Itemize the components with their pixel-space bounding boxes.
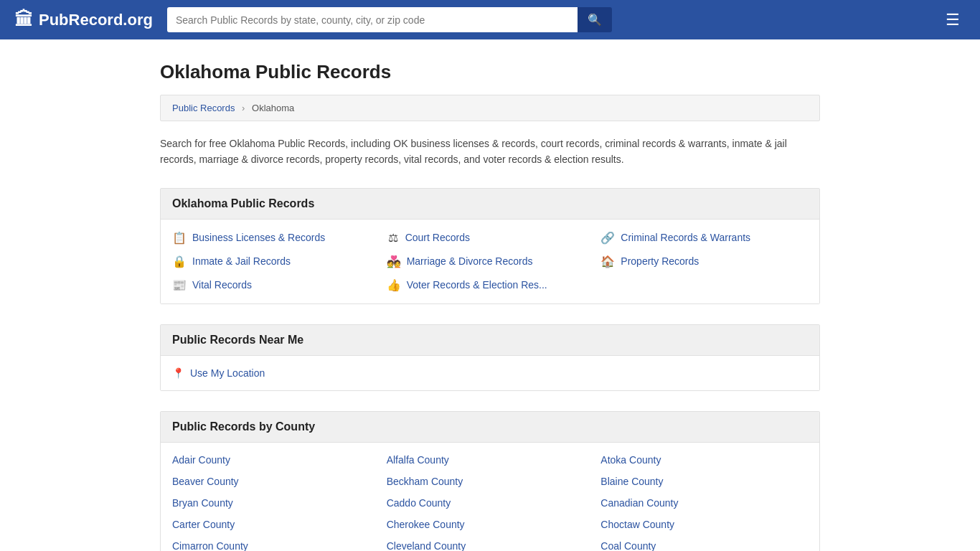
county-item[interactable]: Beckham County <box>387 476 594 487</box>
search-container: 🔍 <box>167 7 612 32</box>
menu-icon: ☰ <box>946 11 960 29</box>
record-label: Marriage & Divorce Records <box>407 255 533 267</box>
menu-button[interactable]: ☰ <box>940 8 966 32</box>
record-icon: 🔒 <box>172 255 187 268</box>
main-content: Oklahoma Public Records Public Records ›… <box>146 61 834 551</box>
county-grid: Adair CountyAlfalfa CountyAtoka CountyBe… <box>161 443 819 551</box>
record-item[interactable]: 📋Business Licenses & Records <box>172 231 380 245</box>
record-item[interactable]: 👍Voter Records & Election Res... <box>387 278 594 292</box>
county-item[interactable]: Blaine County <box>600 476 808 487</box>
county-item[interactable]: Cleveland County <box>387 540 594 551</box>
oklahoma-records-body: 📋Business Licenses & Records⚖Court Recor… <box>161 220 819 303</box>
record-item[interactable]: ⚖Court Records <box>387 231 594 245</box>
county-item[interactable]: Caddo County <box>387 497 594 509</box>
county-section-header: Public Records by County <box>161 412 819 443</box>
record-icon: ⚖ <box>387 231 400 245</box>
record-icon: 📋 <box>172 231 187 245</box>
logo-icon: 🏛 <box>14 9 33 31</box>
record-item[interactable]: 📰Vital Records <box>172 278 380 292</box>
breadcrumb: Public Records › Oklahoma <box>160 95 820 121</box>
use-my-location[interactable]: 📍 Use My Location <box>172 367 808 379</box>
county-item[interactable]: Coal County <box>600 540 808 551</box>
record-item[interactable]: 🔒Inmate & Jail Records <box>172 255 380 268</box>
county-item[interactable]: Cimarron County <box>172 540 380 551</box>
location-pin-icon: 📍 <box>172 367 184 379</box>
record-label: Voter Records & Election Res... <box>407 279 547 291</box>
record-icon: 👍 <box>387 278 401 292</box>
record-icon: 📰 <box>172 278 187 292</box>
near-me-body: 📍 Use My Location <box>161 356 819 390</box>
county-section: Public Records by County Adair CountyAlf… <box>160 411 820 551</box>
county-item[interactable]: Beaver County <box>172 476 380 487</box>
record-label: Inmate & Jail Records <box>192 255 291 267</box>
record-icon: 🏠 <box>600 255 615 268</box>
record-item[interactable]: 💑Marriage & Divorce Records <box>387 255 594 268</box>
site-logo[interactable]: 🏛 PubRecord.org <box>14 9 153 31</box>
page-title: Oklahoma Public Records <box>160 61 820 83</box>
records-grid: 📋Business Licenses & Records⚖Court Recor… <box>172 231 808 292</box>
oklahoma-records-section-header: Oklahoma Public Records <box>161 189 819 220</box>
record-icon: 💑 <box>387 255 401 268</box>
county-item[interactable]: Choctaw County <box>600 519 808 530</box>
oklahoma-records-section: Oklahoma Public Records 📋Business Licens… <box>160 188 820 304</box>
search-icon: 🔍 <box>588 14 602 26</box>
county-item[interactable]: Carter County <box>172 519 380 530</box>
county-item[interactable]: Cherokee County <box>387 519 594 530</box>
record-label: Business Licenses & Records <box>192 232 325 243</box>
breadcrumb-parent[interactable]: Public Records <box>172 103 235 113</box>
record-icon: 🔗 <box>600 231 615 245</box>
record-label: Property Records <box>621 255 699 267</box>
county-item[interactable]: Bryan County <box>172 497 380 509</box>
page-description: Search for free Oklahoma Public Records,… <box>160 136 820 168</box>
record-item[interactable]: 🔗Criminal Records & Warrants <box>600 231 808 245</box>
county-item[interactable]: Adair County <box>172 454 380 466</box>
county-item[interactable]: Canadian County <box>600 497 808 509</box>
breadcrumb-separator: › <box>242 103 245 113</box>
near-me-section: Public Records Near Me 📍 Use My Location <box>160 324 820 391</box>
record-label: Criminal Records & Warrants <box>621 232 750 243</box>
search-button[interactable]: 🔍 <box>578 7 612 32</box>
location-label: Use My Location <box>190 367 265 379</box>
logo-text: PubRecord.org <box>39 11 153 29</box>
breadcrumb-current: Oklahoma <box>252 103 294 113</box>
near-me-section-header: Public Records Near Me <box>161 325 819 356</box>
record-item[interactable]: 🏠Property Records <box>600 255 808 268</box>
county-item[interactable]: Alfalfa County <box>387 454 594 466</box>
county-item[interactable]: Atoka County <box>600 454 808 466</box>
search-input[interactable] <box>167 7 578 32</box>
record-label: Vital Records <box>192 279 252 291</box>
record-label: Court Records <box>405 232 470 243</box>
